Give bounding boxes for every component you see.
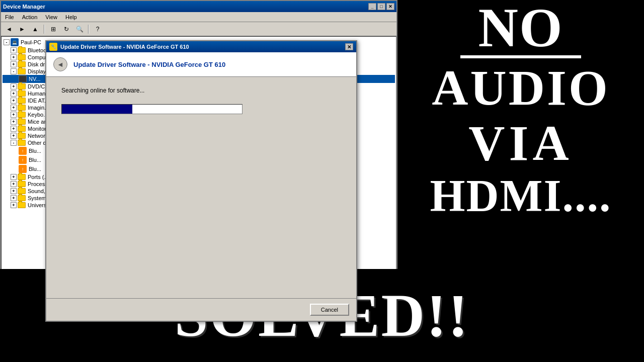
back-button[interactable]: ◄ [3, 24, 15, 35]
folder-icon [18, 68, 26, 74]
tree-item-label: Blu... [29, 157, 41, 163]
up-button[interactable]: ▲ [29, 24, 41, 35]
udd-cancel-button[interactable]: Cancel [310, 304, 349, 316]
udd-title-icon: 🔧 [49, 43, 57, 51]
expand-icon: + [11, 47, 17, 53]
folder-icon [18, 174, 26, 180]
expand-icon: + [11, 119, 17, 125]
udd-searching-text: Searching online for software... [61, 87, 341, 94]
tree-item-label: Blu... [29, 166, 41, 172]
folder-icon [18, 188, 26, 194]
udd-body: Searching online for software... [46, 77, 356, 228]
dm-toolbar: ◄ ► ▲ ⊞ ↻ 🔍 ? [1, 22, 396, 36]
update-driver-dialog: 🔧 Update Driver Software - NVIDIA GeForc… [45, 40, 357, 322]
scan-button[interactable]: 🔍 [73, 24, 86, 35]
hdmi-text: HDMI.... [430, 171, 612, 221]
folder-icon [18, 54, 26, 60]
folder-icon [18, 112, 26, 118]
update-button[interactable]: ↻ [60, 24, 72, 35]
folder-icon [18, 119, 26, 125]
monitor-icon [19, 75, 27, 82]
expand-icon: - [11, 140, 17, 146]
expand-icon: + [11, 188, 17, 194]
udd-footer: Cancel [46, 298, 356, 321]
expand-icon: + [11, 195, 17, 201]
expand-icon: + [11, 174, 17, 180]
maximize-button[interactable]: □ [377, 3, 385, 10]
folder-icon [18, 195, 26, 201]
minimize-button[interactable]: _ [368, 3, 376, 10]
udd-progress-bar [61, 104, 243, 114]
udd-back-button[interactable]: ◄ [53, 57, 67, 71]
udd-close-button[interactable]: ✕ [345, 43, 353, 50]
toolbar-separator-1 [44, 25, 45, 34]
expand-icon: + [11, 54, 17, 60]
dm-title-text: Device Manager [3, 4, 367, 10]
expand-icon: + [11, 112, 17, 118]
expand-icon: + [11, 181, 17, 187]
udd-progress-indicator [117, 106, 132, 113]
expand-icon: + [11, 90, 17, 97]
view-menu[interactable]: View [41, 13, 61, 21]
expand-icon: + [11, 133, 17, 139]
expand-icon: + [11, 126, 17, 132]
left-panel: Device Manager _ □ ✕ File Action View He… [0, 0, 397, 362]
folder-icon [18, 83, 26, 89]
via-text: VIA [468, 116, 573, 171]
folder-icon [18, 90, 26, 97]
forward-button[interactable]: ► [16, 24, 28, 35]
folder-icon [18, 105, 26, 111]
expand-icon: + [11, 105, 17, 111]
device-icon: ! [19, 147, 27, 155]
folder-icon [18, 202, 26, 208]
dm-title-bar: Device Manager _ □ ✕ [1, 1, 396, 12]
expand-icon: + [11, 61, 17, 67]
folder-icon [18, 61, 26, 67]
overlay-text-container: NO AUDIO VIA HDMI.... [430, 0, 612, 221]
folder-icon [18, 133, 26, 139]
help-button[interactable]: ? [92, 24, 104, 35]
action-menu[interactable]: Action [18, 13, 42, 21]
device-icon: ! [19, 156, 27, 164]
toolbar-separator-2 [88, 25, 89, 34]
help-menu[interactable]: Help [61, 13, 81, 21]
folder-icon [18, 181, 26, 187]
expand-icon: - [11, 68, 17, 74]
folder-icon [18, 140, 26, 146]
expand-icon: + [11, 83, 17, 89]
expand-icon: + [11, 202, 17, 208]
udd-header-title: Update Driver Software - NVIDIA GeForce … [73, 61, 225, 68]
udd-title-text: Update Driver Software - NVIDIA GeForce … [60, 44, 345, 50]
computer-icon: 💻 [11, 38, 19, 46]
properties-button[interactable]: ⊞ [47, 24, 59, 35]
file-menu[interactable]: File [1, 13, 18, 21]
root-expand-icon: - [4, 39, 10, 45]
udd-progress-fill [62, 105, 132, 114]
expand-icon: + [11, 98, 17, 104]
no-text: NO [478, 0, 563, 55]
audio-text: AUDIO [432, 60, 609, 116]
folder-icon [18, 98, 26, 104]
dm-menu-bar: File Action View Help [1, 12, 396, 22]
folder-icon [18, 47, 26, 53]
udd-title-bar: 🔧 Update Driver Software - NVIDIA GeForc… [46, 41, 356, 52]
tree-item-label: Blu... [29, 148, 41, 154]
no-underline [460, 55, 581, 58]
folder-icon [18, 126, 26, 132]
close-button[interactable]: ✕ [386, 3, 394, 10]
tree-item-label: NV... [29, 76, 40, 82]
device-icon: ! [19, 165, 27, 173]
tree-root-label: Paul-PC [21, 39, 41, 45]
udd-header: ◄ Update Driver Software - NVIDIA GeForc… [46, 52, 356, 77]
